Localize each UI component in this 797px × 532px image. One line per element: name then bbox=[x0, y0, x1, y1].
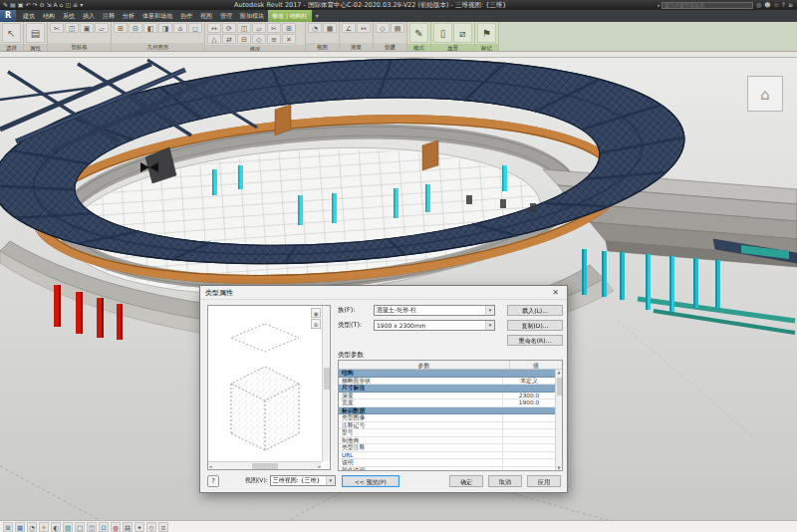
ribbon-tab-11[interactable]: 附加模块 bbox=[236, 10, 268, 22]
param-value[interactable] bbox=[503, 452, 555, 459]
scroll-left-icon[interactable]: ◂ bbox=[208, 463, 213, 469]
shadows-icon[interactable]: ◐ bbox=[51, 522, 61, 532]
ribbon-tab-12[interactable]: 修改 | 结构柱 bbox=[268, 10, 312, 22]
search-input[interactable] bbox=[662, 2, 753, 9]
modify-cursor-icon[interactable]: ↖ bbox=[2, 23, 21, 43]
open-icon[interactable]: ▤ bbox=[10, 0, 16, 10]
cope-icon[interactable]: ◨ bbox=[158, 23, 172, 33]
pencil-icon[interactable]: ✎ bbox=[3, 0, 8, 10]
trim-icon[interactable]: ✂ bbox=[267, 23, 281, 33]
scale-tool-icon[interactable]: ⊟ bbox=[237, 34, 251, 44]
angle-icon[interactable]: ∠ bbox=[342, 23, 356, 33]
visual-style-icon[interactable]: ◔ bbox=[27, 522, 37, 532]
ribbon-tab-2[interactable]: 结构 bbox=[39, 10, 59, 22]
print-icon[interactable]: ⊜ bbox=[39, 0, 44, 10]
match-icon[interactable]: ▱ bbox=[95, 23, 109, 33]
ribbon-tab-3[interactable]: 系统 bbox=[59, 10, 79, 22]
demolish-icon[interactable]: ◻ bbox=[188, 23, 202, 33]
param-value[interactable]: 2300.0 bbox=[503, 393, 555, 399]
ribbon-tab-9[interactable]: 视图 bbox=[196, 10, 216, 22]
exchange-apps-icon[interactable]: ☆ bbox=[773, 0, 778, 10]
param-value[interactable] bbox=[503, 437, 555, 444]
selection-icon[interactable]: ≡ bbox=[158, 522, 168, 532]
detail-level-icon[interactable]: ▦ bbox=[15, 522, 25, 532]
param-value[interactable] bbox=[503, 370, 555, 377]
pin-icon[interactable]: ◇ bbox=[252, 34, 266, 44]
param-value[interactable]: 未定义 bbox=[503, 378, 555, 385]
constraints-icon[interactable]: ◇ bbox=[146, 522, 156, 532]
edit-family-icon[interactable]: ✎ bbox=[409, 23, 428, 43]
ribbon-tab-8[interactable]: 协作 bbox=[176, 10, 196, 22]
array-icon[interactable]: ▱ bbox=[252, 23, 266, 33]
ribbon-tab-10[interactable]: 管理 bbox=[216, 10, 236, 22]
wall-joins-icon[interactable]: ⌂ bbox=[173, 23, 187, 33]
param-row[interactable]: 注释记号 bbox=[339, 422, 555, 430]
ribbon-tab-1[interactable]: 建筑 bbox=[19, 10, 39, 22]
mirror-icon[interactable]: ◫ bbox=[237, 23, 251, 33]
help-button[interactable]: ? bbox=[207, 475, 219, 487]
param-value[interactable] bbox=[503, 414, 555, 421]
preview-view-dropdown[interactable]: 三维视图: {三维} ▾ bbox=[270, 475, 336, 486]
cut-geometry-icon[interactable]: ⊟ bbox=[129, 23, 142, 33]
copy-icon[interactable]: ◫ bbox=[65, 23, 79, 33]
param-value[interactable] bbox=[503, 444, 555, 451]
cut-icon[interactable]: ✂ bbox=[50, 23, 64, 33]
scroll-down-icon[interactable]: ▼ bbox=[556, 465, 562, 470]
param-row[interactable]: 部件说明 bbox=[339, 467, 555, 471]
param-section-row[interactable]: 结构 bbox=[339, 370, 555, 378]
table-scrollbar[interactable]: ▲ ▼ bbox=[555, 370, 562, 470]
sun-path-icon[interactable]: ☀ bbox=[39, 522, 49, 532]
param-row[interactable]: URL bbox=[339, 452, 555, 460]
temporary-hide-icon[interactable]: ⊡ bbox=[99, 522, 109, 532]
ribbon-state-toggle-icon[interactable]: ▾ bbox=[312, 10, 323, 22]
param-section-row[interactable]: 尺寸标注 bbox=[339, 385, 555, 393]
param-value[interactable] bbox=[503, 385, 555, 392]
reveal-hidden-icon[interactable]: ◍ bbox=[111, 522, 121, 532]
paint-icon[interactable]: ◧ bbox=[143, 23, 157, 33]
preview-horizontal-scrollbar[interactable]: ◂ ▸ bbox=[208, 461, 322, 469]
slanted-column-icon[interactable]: ⧄ bbox=[453, 23, 472, 43]
worksharing-icon[interactable]: ✦ bbox=[134, 522, 144, 532]
cancel-button[interactable]: 取消 bbox=[488, 475, 522, 487]
param-row[interactable]: 制造商 bbox=[339, 437, 555, 445]
apply-button[interactable]: 应用 bbox=[527, 475, 561, 487]
crop-view-icon[interactable]: ▢ bbox=[75, 522, 85, 532]
param-row[interactable]: 宽度1900.0 bbox=[339, 399, 555, 407]
load-button[interactable]: 载入(L)... bbox=[507, 305, 563, 316]
ribbon-tab-7[interactable]: 体量和场地 bbox=[138, 10, 176, 22]
preview-vertical-scrollbar[interactable] bbox=[322, 306, 330, 461]
param-row[interactable]: 类型注释 bbox=[339, 444, 555, 452]
tag-on-placement-icon[interactable]: ⚑ bbox=[477, 23, 496, 43]
scale-icon[interactable]: ⊞ bbox=[3, 522, 13, 532]
hide-icon[interactable]: ◔ bbox=[308, 23, 322, 33]
text-icon[interactable]: A bbox=[54, 0, 58, 10]
section-icon[interactable]: ◫ bbox=[65, 0, 71, 10]
type-preview-pane[interactable]: ◉ ⊕ ◂ ▸ bbox=[207, 305, 331, 470]
vertical-column-icon[interactable]: ▯ bbox=[433, 23, 452, 43]
rendering-icon[interactable]: ▧ bbox=[63, 522, 73, 532]
redo-icon[interactable]: ↷ bbox=[32, 0, 37, 10]
ribbon-tab-6[interactable]: 分析 bbox=[119, 10, 138, 22]
duplicate-button[interactable]: 复制(D)... bbox=[507, 320, 563, 331]
sign-in-icon[interactable]: ☻ bbox=[764, 0, 770, 10]
param-section-row[interactable]: 标识数据 bbox=[339, 407, 555, 415]
join-icon[interactable]: ⊞ bbox=[114, 23, 128, 33]
zoom-icon[interactable]: ⊕ bbox=[311, 319, 321, 329]
rotate-icon[interactable]: ⟳ bbox=[222, 23, 236, 33]
ribbon-tab-5[interactable]: 注释 bbox=[99, 10, 119, 22]
split-icon[interactable]: ⇄ bbox=[222, 34, 236, 44]
family-dropdown[interactable]: 混凝土-矩形-柱 ▾ bbox=[374, 305, 495, 316]
ok-button[interactable]: 确定 bbox=[449, 475, 483, 487]
properties-icon[interactable]: ▤ bbox=[26, 23, 45, 43]
param-value[interactable] bbox=[503, 407, 555, 414]
paste-icon[interactable]: ▣ bbox=[80, 23, 94, 33]
offset-icon[interactable]: △ bbox=[207, 34, 221, 44]
param-value[interactable] bbox=[503, 459, 555, 466]
create-similar-icon[interactable]: ▤ bbox=[391, 23, 404, 33]
delete-icon[interactable]: ✕ bbox=[282, 34, 296, 44]
measure-line-icon[interactable]: ↔ bbox=[357, 23, 371, 33]
save-icon[interactable]: ▣ bbox=[18, 0, 24, 10]
override-icon[interactable]: ▦ bbox=[323, 23, 337, 33]
steering-wheel-icon[interactable]: ◉ bbox=[311, 308, 321, 318]
ribbon-tab-4[interactable]: 插入 bbox=[79, 10, 99, 22]
